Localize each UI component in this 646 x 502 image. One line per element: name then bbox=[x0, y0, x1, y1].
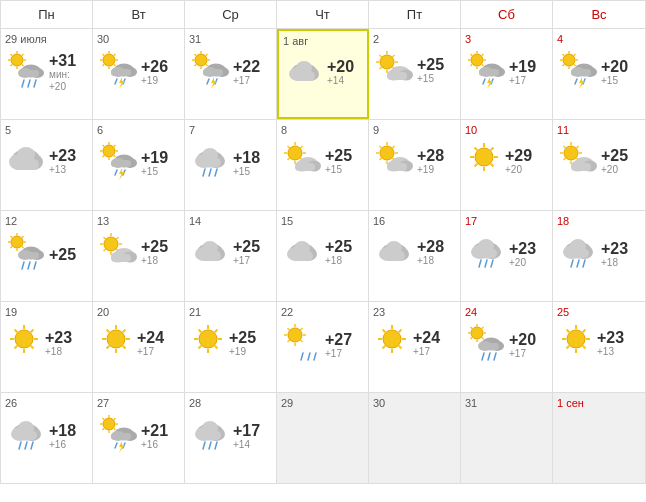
day-cell-18[interactable]: 18 +23+18 bbox=[553, 211, 645, 301]
day-cell-27[interactable]: 27 +21+16 bbox=[93, 393, 185, 483]
svg-line-315 bbox=[31, 442, 33, 449]
day-cell-31[interactable]: 31 bbox=[461, 393, 553, 483]
header-Ср: Ср bbox=[185, 1, 277, 28]
day-cell-1-авг[interactable]: 1 авг +20+14 bbox=[277, 29, 369, 119]
svg-line-298 bbox=[494, 353, 496, 360]
svg-rect-328 bbox=[111, 433, 131, 440]
svg-rect-52 bbox=[293, 71, 315, 81]
day-cell-10[interactable]: 10 +29+20 bbox=[461, 120, 553, 210]
svg-point-316 bbox=[103, 418, 115, 430]
svg-rect-213 bbox=[291, 251, 313, 261]
day-cell-24[interactable]: 24 +20+17 bbox=[461, 302, 553, 392]
header-Пн: Пн bbox=[1, 1, 93, 28]
weather-content: +19+15 bbox=[97, 141, 180, 186]
svg-rect-94 bbox=[571, 69, 591, 76]
day-cell-5[interactable]: 5 +23+13 bbox=[1, 120, 93, 210]
header-Пт: Пт bbox=[369, 1, 461, 28]
temp-block: +23+18 bbox=[601, 240, 628, 270]
weather-content: +17+14 bbox=[189, 414, 272, 459]
temp-main: +25 bbox=[141, 238, 168, 256]
day-cell-26[interactable]: 26 +18+16 bbox=[1, 393, 93, 483]
svg-line-242 bbox=[31, 330, 34, 333]
day-cell-22[interactable]: 22 +27+17 bbox=[277, 302, 369, 392]
svg-line-225 bbox=[485, 260, 487, 267]
svg-rect-312 bbox=[15, 431, 37, 440]
day-cell-4[interactable]: 4 +20+15 bbox=[553, 29, 645, 119]
svg-line-90 bbox=[563, 64, 565, 66]
day-cell-9[interactable]: 9 +28+19 bbox=[369, 120, 461, 210]
svg-line-226 bbox=[491, 260, 493, 267]
weather-icon bbox=[189, 414, 231, 459]
day-number: 30 bbox=[97, 33, 109, 46]
day-number: 15 bbox=[281, 215, 293, 228]
weather-content: +24+17 bbox=[373, 323, 456, 364]
day-cell-7[interactable]: 7 +18+15 bbox=[185, 120, 277, 210]
svg-line-307 bbox=[567, 346, 570, 349]
temp-main: +25 bbox=[601, 147, 628, 165]
day-cell-21[interactable]: 21 +25+19 bbox=[185, 302, 277, 392]
day-cell-15[interactable]: 15 +25+18 bbox=[277, 211, 369, 301]
calendar-header: ПнВтСрЧтПтСбВс bbox=[1, 1, 645, 29]
day-cell-8[interactable]: 8 +25+15 bbox=[277, 120, 369, 210]
day-cell-3[interactable]: 3 +19+17 bbox=[461, 29, 553, 119]
svg-point-191 bbox=[104, 237, 118, 251]
svg-line-199 bbox=[104, 249, 106, 251]
day-number: 20 bbox=[97, 306, 109, 319]
day-cell-6[interactable]: 6 +19+15 bbox=[93, 120, 185, 210]
temp-main: +23 bbox=[45, 329, 72, 347]
weather-icon bbox=[373, 323, 411, 364]
day-cell-23[interactable]: 23 +24+17 bbox=[369, 302, 461, 392]
week-row-3: 19 +23+1820 bbox=[1, 302, 645, 393]
day-number: 14 bbox=[189, 215, 201, 228]
weather-content: +28+18 bbox=[373, 232, 456, 273]
temp-min: +15 bbox=[141, 166, 168, 178]
day-cell-2[interactable]: 2 +25+15 bbox=[369, 29, 461, 119]
weather-content: +29+20 bbox=[465, 141, 548, 182]
weather-icon bbox=[5, 141, 47, 182]
weather-icon bbox=[373, 232, 415, 273]
temp-block: +29+20 bbox=[505, 147, 532, 177]
weather-content: +25+15 bbox=[373, 50, 456, 91]
svg-line-339 bbox=[215, 442, 217, 449]
svg-line-147 bbox=[393, 146, 395, 148]
svg-line-167 bbox=[564, 146, 566, 148]
svg-line-15 bbox=[34, 80, 36, 87]
temp-main: +25 bbox=[233, 238, 260, 256]
day-cell-31[interactable]: 31 +22+17 bbox=[185, 29, 277, 119]
day-cell-25[interactable]: 25 +23+13 bbox=[553, 302, 645, 392]
svg-line-8 bbox=[11, 64, 13, 66]
day-cell-30[interactable]: 30 bbox=[369, 393, 461, 483]
day-cell-12[interactable]: 12 +25 bbox=[1, 211, 93, 301]
day-cell-28[interactable]: 28 +17+14 bbox=[185, 393, 277, 483]
svg-point-274 bbox=[383, 330, 401, 348]
day-cell-29-июля[interactable]: 29 июля +31мин: bbox=[1, 29, 93, 119]
day-cell-1-сен[interactable]: 1 сен bbox=[553, 393, 645, 483]
temp-block: +25+20 bbox=[601, 147, 628, 177]
day-cell-20[interactable]: 20 +24+17 bbox=[93, 302, 185, 392]
temp-main: +20 bbox=[601, 58, 628, 76]
svg-line-289 bbox=[482, 337, 484, 339]
day-cell-30[interactable]: 30 +26+19 bbox=[93, 29, 185, 119]
day-cell-13[interactable]: 13 +25+18 bbox=[93, 211, 185, 301]
day-cell-17[interactable]: 17 +23+20 bbox=[461, 211, 553, 301]
day-number: 7 bbox=[189, 124, 195, 137]
svg-rect-44 bbox=[203, 69, 223, 76]
temp-block: +23+20 bbox=[509, 240, 536, 270]
svg-rect-139 bbox=[295, 163, 315, 171]
day-cell-16[interactable]: 16 +28+18 bbox=[369, 211, 461, 301]
temp-main: +24 bbox=[413, 329, 440, 347]
temp-block: +27+17 bbox=[325, 331, 352, 361]
temp-min: +13 bbox=[597, 346, 624, 358]
temp-block: +20+14 bbox=[327, 58, 354, 88]
temp-block: +25+18 bbox=[141, 238, 168, 268]
day-cell-11[interactable]: 11 +25+20 bbox=[553, 120, 645, 210]
svg-line-7 bbox=[22, 54, 24, 56]
svg-point-283 bbox=[471, 327, 483, 339]
day-cell-14[interactable]: 14 +25+17 bbox=[185, 211, 277, 301]
svg-point-103 bbox=[103, 145, 115, 157]
day-cell-29[interactable]: 29 bbox=[277, 393, 369, 483]
svg-line-29 bbox=[115, 79, 117, 84]
svg-line-291 bbox=[471, 337, 473, 339]
day-number: 29 bbox=[281, 397, 293, 410]
day-cell-19[interactable]: 19 +23+18 bbox=[1, 302, 93, 392]
